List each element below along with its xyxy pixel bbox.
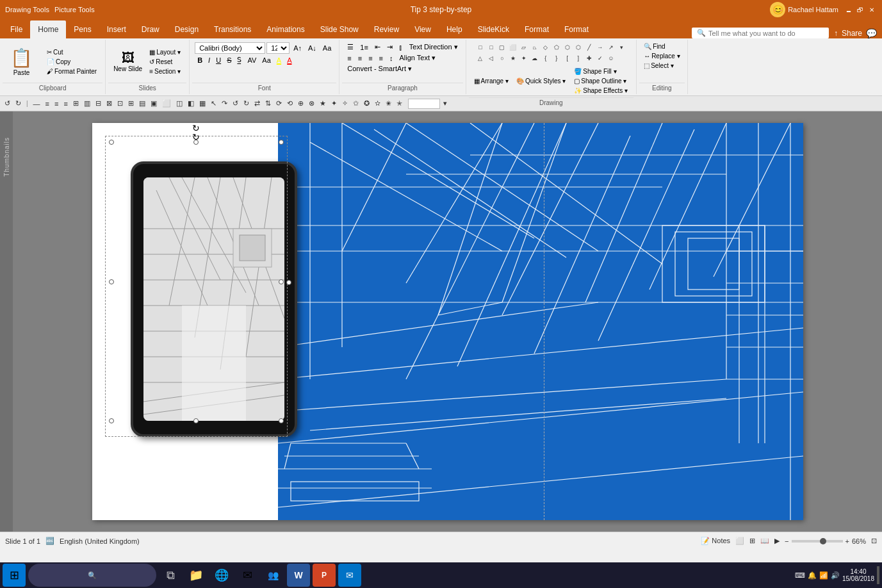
text-direction-button[interactable]: Text Direction ▾ (407, 42, 461, 52)
copy-button[interactable]: 📄 Copy (45, 58, 99, 66)
slide-view-normal[interactable]: ⬜ (735, 537, 744, 545)
font-size-select[interactable]: 12 (266, 42, 290, 54)
shape-star2[interactable]: ✦ (519, 53, 529, 63)
handle-top-left[interactable] (109, 140, 114, 145)
zoom-out-button[interactable]: − (785, 537, 788, 545)
draw-tool-22[interactable]: ⇅ (263, 99, 273, 108)
numbering-button[interactable]: 1≡ (357, 43, 371, 52)
align-text-button[interactable]: Align Text ▾ (397, 53, 439, 63)
tab-slideshow[interactable]: Slide Show (313, 20, 366, 38)
draw-tool-25[interactable]: ⊕ (296, 99, 306, 108)
italic-button[interactable]: I (206, 56, 213, 65)
shape-rounded[interactable]: ▢ (497, 42, 507, 53)
slide-view-reading[interactable]: 📖 (760, 537, 769, 545)
draw-tool-26[interactable]: ⊗ (307, 99, 316, 108)
shape-color-input[interactable] (408, 99, 440, 109)
shape-pentagon[interactable]: ⬠ (551, 42, 562, 53)
zoom-slider-thumb[interactable] (820, 538, 826, 544)
handle-bot-center[interactable] (193, 418, 199, 423)
draw-tool-18[interactable]: ↷ (220, 99, 229, 108)
increase-indent-button[interactable]: ⇥ (384, 42, 395, 52)
draw-tool-30[interactable]: ✩ (351, 99, 361, 108)
tab-pens[interactable]: Pens (66, 20, 99, 38)
share-label[interactable]: Share (842, 29, 862, 38)
shape-cloud[interactable]: ☁ (530, 53, 540, 63)
draw-tool-15[interactable]: ◧ (186, 99, 196, 108)
paste-button[interactable]: 📋 Paste (5, 45, 38, 79)
shape-arrow[interactable]: → (595, 42, 605, 53)
shape-bracket4[interactable]: ] (573, 53, 584, 63)
handle-bot-left[interactable] (109, 418, 114, 423)
tab-file[interactable]: File (3, 20, 30, 38)
tab-review[interactable]: Review (366, 20, 407, 38)
window-controls[interactable]: 🗕 🗗 ✕ (844, 4, 877, 15)
tab-insert[interactable]: Insert (99, 20, 134, 38)
shape-bracket3[interactable]: [ (562, 53, 573, 63)
file-explorer-button[interactable]: 📁 (184, 564, 208, 587)
draw-tool-5[interactable]: ⊞ (71, 99, 81, 108)
replace-button[interactable]: ↔ Replace ▾ (642, 52, 682, 60)
draw-tool-10[interactable]: ⊞ (126, 99, 136, 108)
draw-tool-27[interactable]: ★ (318, 99, 328, 108)
undo-button[interactable]: ↺ (3, 99, 12, 108)
cut-button[interactable]: ✂ Cut (45, 48, 99, 56)
strikethrough-button[interactable]: S (224, 56, 234, 65)
minimize-button[interactable]: 🗕 (844, 4, 854, 15)
redo-button[interactable]: ↻ (13, 99, 23, 108)
shadow-button[interactable]: S̲ (234, 55, 244, 65)
shape-bracket2[interactable]: } (551, 53, 562, 63)
align-right-button[interactable]: ≡ (366, 54, 375, 63)
shape-diamond[interactable]: ◇ (541, 42, 551, 53)
shape-rect2[interactable]: □ (486, 42, 496, 53)
draw-tool-8[interactable]: ⊠ (104, 99, 114, 108)
ribbon-search[interactable]: 🔍 (692, 28, 829, 38)
font-family-select[interactable]: Calibri (Body) (195, 42, 265, 54)
handle-bot-right[interactable] (279, 418, 284, 423)
draw-tool-14[interactable]: ◫ (174, 99, 184, 108)
draw-tool-33[interactable]: ✬ (384, 99, 393, 108)
section-button[interactable]: ≡ Section ▾ (147, 67, 183, 76)
shape-rect[interactable]: □ (475, 42, 486, 53)
font-case-button[interactable]: Aa (259, 56, 273, 65)
mail-button[interactable]: ✉ (236, 564, 259, 587)
format-painter-button[interactable]: 🖌 Format Painter (45, 67, 99, 76)
shape-oct[interactable]: ⬡ (573, 42, 584, 53)
draw-tool-19[interactable]: ↺ (231, 99, 240, 108)
handle-mid-left[interactable] (109, 279, 114, 284)
shape-trapezoid[interactable]: ⏢ (530, 42, 540, 53)
shape-hexagon[interactable]: ⬡ (562, 42, 573, 53)
handle-dashed-mid-right[interactable] (286, 280, 291, 285)
decrease-indent-button[interactable]: ⇤ (372, 42, 383, 52)
close-button[interactable]: ✕ (867, 4, 877, 15)
notes-button[interactable]: 📝 Notes (701, 537, 730, 545)
increase-font-button[interactable]: A↑ (291, 44, 304, 53)
draw-tool-34[interactable]: ✭ (395, 99, 404, 108)
chrome-button[interactable]: 🌐 (210, 564, 233, 587)
show-desktop-button[interactable] (877, 566, 879, 584)
align-center-button[interactable]: ≡ (355, 54, 364, 63)
zoom-in-button[interactable]: + (845, 537, 849, 545)
draw-tool-32[interactable]: ✫ (373, 99, 382, 108)
shape-check[interactable]: ✓ (595, 53, 605, 63)
clear-format-button[interactable]: Aa (320, 44, 334, 53)
decrease-font-button[interactable]: A↓ (306, 44, 319, 53)
font-color-button[interactable]: A (284, 56, 294, 65)
draw-tool-2[interactable]: ≡ (44, 99, 51, 108)
tab-transitions[interactable]: Transitions (206, 20, 259, 38)
word-button[interactable]: W (287, 564, 310, 587)
underline-button[interactable]: U (213, 56, 224, 65)
highlight-color-button[interactable]: A (274, 56, 284, 65)
more-draw-tools[interactable]: ▾ (441, 99, 449, 108)
draw-tool-28[interactable]: ✦ (329, 99, 339, 108)
tab-design[interactable]: Design (167, 20, 206, 38)
reset-button[interactable]: ↺ Reset (147, 58, 183, 66)
powerpoint-button[interactable]: P (313, 564, 336, 587)
draw-tool-23[interactable]: ⟳ (274, 99, 284, 108)
outlook-button[interactable]: ✉ (338, 564, 361, 587)
tab-slidekick[interactable]: SlideKick (470, 20, 517, 38)
handle-top-right[interactable] (279, 140, 284, 145)
shape-outline-button[interactable]: ▢ Shape Outline ▾ (572, 77, 630, 85)
shape-more[interactable]: ▾ (617, 42, 627, 53)
arrange-button[interactable]: ▦ Arrange ▾ (471, 76, 511, 86)
search-input[interactable] (708, 29, 824, 37)
